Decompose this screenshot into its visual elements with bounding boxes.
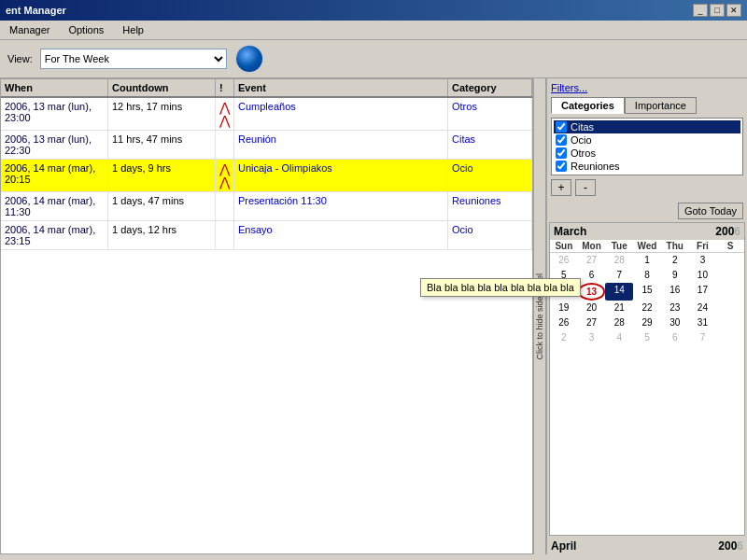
cal-day[interactable]: 6: [661, 330, 689, 345]
cal-day[interactable]: 27: [578, 315, 606, 330]
filters-link[interactable]: Filters...: [551, 82, 743, 93]
day-header-sat: S: [716, 240, 744, 253]
cell-event-3: Presentación 11:30: [234, 192, 448, 220]
menu-manager[interactable]: Manager: [4, 22, 55, 37]
cal-day[interactable]: 27: [578, 253, 606, 268]
list-item[interactable]: Otros: [554, 147, 740, 160]
side-panel-toggle[interactable]: Click to hide side panel: [533, 78, 546, 554]
cell-when-4: 2006, 14 mar (mar),23:15: [1, 221, 108, 249]
cal-day[interactable]: 21: [605, 301, 633, 315]
tab-importance[interactable]: Importance: [625, 97, 697, 114]
minimize-button[interactable]: _: [693, 4, 708, 17]
close-button[interactable]: ✕: [726, 4, 741, 17]
cal-day[interactable]: 29: [633, 315, 661, 330]
cal-day[interactable]: [716, 253, 744, 268]
goto-today-button[interactable]: Goto Today: [678, 203, 743, 219]
april-month-name: April: [551, 539, 576, 553]
cal-day[interactable]: 26: [550, 253, 578, 268]
table-row[interactable]: 2006, 13 mar (lun),23:00 12 hrs, 17 mins…: [1, 98, 532, 131]
filter-checkbox-reuniones[interactable]: [556, 161, 567, 172]
cal-day[interactable]: 3: [578, 330, 606, 345]
cal-day[interactable]: 7: [605, 268, 633, 283]
high-importance-icon: ⋀⋀: [219, 101, 230, 127]
cal-day[interactable]: 22: [633, 301, 661, 315]
cal-day[interactable]: 7: [689, 330, 717, 345]
col-countdown[interactable]: Countdown: [108, 79, 216, 96]
cal-day[interactable]: [716, 301, 744, 315]
high-importance-icon: ⋀⋀: [219, 162, 230, 189]
april-month-header: April 2006: [547, 538, 747, 554]
day-header-mon: Mon: [578, 240, 606, 253]
list-item[interactable]: Ocio: [554, 133, 740, 147]
cal-day[interactable]: 10: [689, 268, 717, 283]
filter-checkbox-ocio[interactable]: [556, 134, 567, 146]
table-row[interactable]: 2006, 14 mar (mar),20:15 1 days, 9 hrs ⋀…: [1, 160, 532, 192]
filter-tabs: Categories Importance: [551, 97, 743, 114]
cal-day[interactable]: 5: [633, 330, 661, 345]
event-rows: 2006, 13 mar (lun),23:00 12 hrs, 17 mins…: [1, 98, 532, 553]
col-category[interactable]: Category: [448, 79, 532, 96]
tab-categories[interactable]: Categories: [551, 97, 625, 114]
view-label: View:: [7, 53, 33, 64]
globe-icon[interactable]: [234, 44, 264, 74]
cal-day[interactable]: 24: [689, 301, 717, 315]
cal-day[interactable]: [716, 315, 744, 330]
cal-day[interactable]: 23: [661, 301, 689, 315]
cal-day[interactable]: 19: [550, 301, 578, 315]
cal-day[interactable]: 8: [633, 268, 661, 283]
cell-importance-3: [216, 192, 234, 220]
cal-day[interactable]: 2: [661, 253, 689, 268]
cal-day[interactable]: 17: [689, 283, 717, 301]
view-select[interactable]: For The Week Today This Month: [40, 49, 227, 69]
cell-category-4: Ocio: [448, 221, 532, 249]
table-row[interactable]: 2006, 14 mar (mar),11:30 1 days, 47 mins…: [1, 192, 532, 221]
col-event[interactable]: Event: [234, 79, 448, 96]
menu-options[interactable]: Options: [63, 22, 109, 37]
cell-countdown-4: 1 days, 12 hrs: [108, 221, 216, 249]
goto-today-bar: Goto Today: [547, 200, 747, 222]
list-item[interactable]: Citas: [554, 120, 740, 133]
cal-day[interactable]: 20: [578, 301, 606, 315]
cell-category-2: Ocio: [448, 160, 532, 191]
cal-day[interactable]: 16: [661, 283, 689, 301]
filter-checkbox-otros[interactable]: [556, 147, 567, 159]
col-importance[interactable]: !: [216, 79, 234, 96]
add-filter-button[interactable]: +: [551, 179, 571, 196]
cal-day[interactable]: [716, 330, 744, 345]
filter-checkbox-citas[interactable]: [556, 121, 567, 133]
cell-importance-4: [216, 221, 234, 249]
cal-day[interactable]: 9: [661, 268, 689, 283]
list-item[interactable]: Reuniones: [554, 160, 740, 173]
main-content: When Countdown ! Event Category 2006, 13…: [0, 78, 747, 554]
cell-category-0: Otros: [448, 98, 532, 130]
cal-day[interactable]: 3: [689, 253, 717, 268]
cal-day[interactable]: 15: [633, 283, 661, 301]
cal-day[interactable]: 31: [689, 315, 717, 330]
maximize-button[interactable]: □: [710, 4, 725, 17]
cell-countdown-0: 12 hrs, 17 mins: [108, 98, 216, 130]
tooltip: Bla bla bla bla bla bla bla bla bla: [420, 278, 581, 297]
cal-day[interactable]: 28: [605, 315, 633, 330]
cal-day[interactable]: 30: [661, 315, 689, 330]
table-row[interactable]: 2006, 14 mar (mar),23:15 1 days, 12 hrs …: [1, 221, 532, 250]
cal-day-today[interactable]: 13: [578, 283, 606, 301]
cal-day-selected[interactable]: 14: [605, 283, 633, 301]
mini-calendar-march: March 2006 Sun Mon Tue Wed Thu Fri S 26 …: [549, 222, 745, 536]
cal-day[interactable]: 4: [605, 330, 633, 345]
toolbar: View: For The Week Today This Month: [0, 40, 747, 78]
table-row[interactable]: 2006, 13 mar (lun),22:30 11 hrs, 47 mins…: [1, 131, 532, 160]
cal-day[interactable]: [716, 283, 744, 301]
right-panel: Filters... Categories Importance Citas O…: [546, 78, 747, 554]
cell-when-1: 2006, 13 mar (lun),22:30: [1, 131, 108, 159]
cal-day[interactable]: 28: [605, 253, 633, 268]
cal-day[interactable]: 2: [550, 330, 578, 345]
cal-day[interactable]: 6: [578, 268, 606, 283]
col-when[interactable]: When: [1, 79, 108, 96]
filter-list: Citas Ocio Otros Reuniones: [551, 118, 743, 175]
menu-help[interactable]: Help: [117, 22, 149, 37]
cal-day[interactable]: 1: [633, 253, 661, 268]
cal-day[interactable]: 26: [550, 315, 578, 330]
cal-day[interactable]: [716, 268, 744, 283]
remove-filter-button[interactable]: -: [575, 179, 596, 196]
cell-countdown-2: 1 days, 9 hrs: [108, 160, 216, 191]
